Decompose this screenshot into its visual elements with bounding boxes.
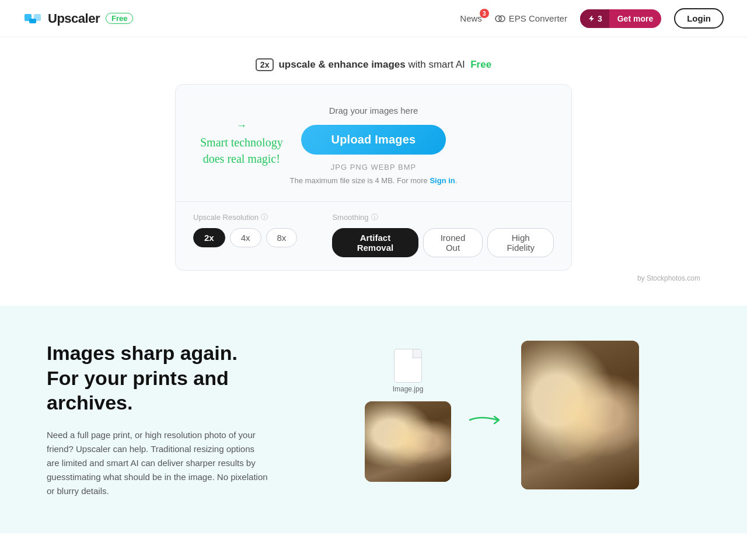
smoothing-pills: Artifact Removal Ironed Out High Fidelit…	[332, 228, 554, 257]
smoothing-label: Smoothing ⓘ	[332, 212, 554, 222]
svg-rect-2	[29, 19, 36, 23]
resolution-8x[interactable]: 8x	[266, 228, 298, 247]
options-row: Upscale Resolution ⓘ 2x 4x 8x Smoothing …	[176, 201, 571, 270]
upload-button[interactable]: Upload Images	[301, 125, 446, 155]
file-limit: The maximum file size is 4 MB. For more …	[290, 176, 458, 185]
smart-tech-text: → Smart technology does real magic!	[200, 118, 283, 167]
drag-text: Drag your images here	[329, 106, 418, 116]
upload-area: → Smart technology does real magic! Drag…	[176, 85, 571, 201]
couple-photo-after	[521, 341, 639, 489]
logo-icon	[23, 9, 42, 28]
resolution-2x[interactable]: 2x	[193, 228, 225, 247]
bottom-left: Images sharp again. For your prints and …	[47, 341, 268, 498]
resolution-info-icon: ⓘ	[261, 212, 268, 222]
hero-section: 2x upscale & enhance images with smart A…	[0, 37, 747, 288]
file-icon-container: Image.jpg	[393, 349, 424, 393]
resolution-4x[interactable]: 4x	[230, 228, 261, 247]
tagline-text: upscale & enhance images with smart AI F…	[278, 59, 491, 71]
svg-point-4	[499, 16, 505, 22]
eps-icon	[495, 13, 505, 24]
couple-photo-before	[365, 401, 451, 482]
before-image-container: Image.jpg	[365, 349, 451, 482]
file-types: JPG PNG WEBP BMP	[331, 163, 417, 172]
logo-area: Upscaler Free	[23, 9, 133, 28]
sign-in-link[interactable]: Sign in	[430, 176, 455, 185]
file-name: Image.jpg	[393, 385, 424, 393]
nav-news[interactable]: News 3	[460, 13, 482, 23]
file-icon	[394, 349, 422, 383]
bottom-desc: Need a full page print, or high resoluti…	[47, 428, 268, 498]
nav-eps[interactable]: EPS Converter	[495, 13, 567, 24]
smoothing-group: Smoothing ⓘ Artifact Removal Ironed Out …	[332, 212, 554, 257]
bottom-heading: Images sharp again. For your prints and …	[47, 341, 268, 415]
get-more-label: Get more	[609, 9, 661, 28]
arrow-svg	[469, 413, 504, 427]
after-image	[521, 341, 639, 489]
resolution-group: Upscale Resolution ⓘ 2x 4x 8x	[193, 212, 297, 257]
free-badge: Free	[106, 13, 133, 24]
smoothing-hifi[interactable]: High Fidelity	[487, 228, 554, 257]
get-more-button[interactable]: 3 Get more	[580, 9, 661, 28]
resolution-label: Upscale Resolution ⓘ	[193, 212, 297, 222]
news-badge: 3	[480, 9, 489, 18]
resolution-pills: 2x 4x 8x	[193, 228, 297, 247]
bottom-right: Image.jpg	[303, 341, 700, 489]
attribution: by Stockphotos.com	[327, 271, 724, 282]
scale-badge: 2x	[256, 58, 274, 71]
smoothing-ironed[interactable]: Ironed Out	[423, 228, 483, 257]
nav-area: News 3 EPS Converter 3 Get more Login	[460, 8, 724, 29]
get-more-count: 3	[580, 9, 609, 28]
before-image	[365, 401, 451, 482]
arrow-decoration: →	[200, 118, 283, 133]
arrow-right-icon	[469, 411, 504, 431]
upload-card: → Smart technology does real magic! Drag…	[175, 84, 572, 271]
header: Upscaler Free News 3 EPS Converter 3 Get…	[0, 0, 747, 37]
logo-text: Upscaler	[48, 11, 100, 26]
flash-icon	[587, 15, 595, 23]
hero-tagline: 2x upscale & enhance images with smart A…	[256, 58, 491, 71]
smoothing-artifact[interactable]: Artifact Removal	[332, 228, 418, 257]
bottom-section: Images sharp again. For your prints and …	[0, 306, 747, 533]
login-button[interactable]: Login	[674, 8, 724, 29]
free-label: Free	[470, 59, 491, 70]
smoothing-info-icon: ⓘ	[371, 212, 378, 222]
